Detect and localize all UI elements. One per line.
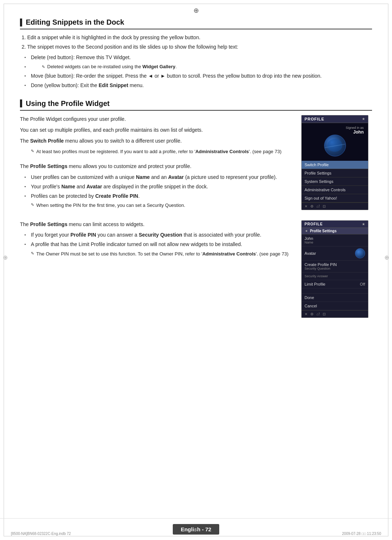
text-column-2: The Profile Settings menu can limit acce… bbox=[20, 220, 294, 318]
widget1-star-icon: ★ bbox=[362, 117, 365, 121]
widget2-row-cancel[interactable]: Cancel bbox=[302, 302, 368, 310]
widget2-spacer bbox=[302, 289, 368, 294]
widget1-menu-system-settings[interactable]: System Settings bbox=[302, 177, 368, 186]
widget2-create-pin-label: Create Profile PIN bbox=[305, 262, 337, 267]
widget1-username: John bbox=[346, 130, 364, 135]
section-editing-snippets: Editing Snippets in the Dock Edit a snip… bbox=[20, 18, 372, 89]
note-block-2: ✎ When setting the PIN for the first tim… bbox=[31, 202, 294, 209]
note-text-pin: When setting the PIN for the first time,… bbox=[36, 202, 185, 209]
widget2-footer-home-icon: ⌂! bbox=[317, 312, 320, 316]
widget2-subtitle: Profile Settings bbox=[310, 229, 336, 233]
list-item: Done (yellow button): Exit the Edit Snip… bbox=[31, 82, 372, 89]
widget2-globe-icon bbox=[355, 248, 365, 258]
widget2-row-name: John Name bbox=[302, 234, 368, 246]
note-block-1: ✎ At least two profiles must be register… bbox=[31, 148, 294, 155]
widget2-done-label: Done bbox=[305, 295, 314, 300]
widget2-header: PROFILE ★ bbox=[302, 221, 368, 228]
section2-heading: Using the Profile Widget bbox=[20, 99, 372, 111]
profile-widget-2: PROFILE ★ ◄ Profile Settings John Name bbox=[301, 220, 368, 318]
profile-settings-intro: The Profile Settings menu allows you to … bbox=[20, 162, 294, 170]
footer-file-info: [8500-NA]BN68-02322C-Eng.indb 72 bbox=[11, 532, 71, 536]
widget2-cancel-label: Cancel bbox=[305, 304, 317, 308]
list-item: The snippet moves to the Second position… bbox=[27, 43, 372, 51]
widget1-footer-home-icon: ⌂! bbox=[317, 204, 320, 208]
profile-settings-limit: The Profile Settings menu can limit acce… bbox=[20, 220, 294, 228]
widget2-back-icon: ◄ bbox=[305, 229, 308, 233]
widget2-name-sublabel: Name bbox=[305, 241, 313, 244]
list-item: User profiles can be customized with a u… bbox=[31, 173, 294, 181]
note-icon-1: ✎ bbox=[31, 149, 34, 154]
two-column-layout: The Profile Widget configures your user … bbox=[20, 115, 372, 214]
intro-line-2: You can set up multiple profiles, and ea… bbox=[20, 126, 294, 134]
section2-heading-bar bbox=[20, 99, 22, 107]
note-text-1: Deleted widgets can be re-installed usin… bbox=[47, 63, 177, 70]
footer-date-info: 2009-07-28 □□ 11:23:50 bbox=[342, 532, 381, 536]
widget1-footer: ✕ ⚙ ⌂! ⊡ bbox=[302, 202, 368, 210]
text-column: The Profile Widget configures your user … bbox=[20, 115, 294, 214]
widget2-avatar-label: Avatar bbox=[305, 251, 316, 255]
widget2-title: PROFILE bbox=[305, 222, 323, 226]
widget2-row-limit-profile: Limit Profile Off bbox=[302, 280, 368, 289]
bullet-list-1: Delete (red button): Remove this TV Widg… bbox=[31, 54, 372, 89]
intro-line-1: The Profile Widget configures your user … bbox=[20, 115, 294, 123]
widget1-footer-x-icon: ✕ bbox=[305, 204, 307, 208]
list-item: Move (blue button): Re-order the snippet… bbox=[31, 72, 372, 80]
widget2-footer: ✕ ⚙ ⌂! ⊡ bbox=[302, 310, 368, 318]
widget1-menu-switch-profile[interactable]: Switch Profile bbox=[302, 161, 368, 169]
image-column: PROFILE ★ Signed in as John bbox=[301, 115, 372, 214]
profile-widget-1: PROFILE ★ Signed in as John bbox=[301, 115, 368, 210]
widget1-globe-image bbox=[324, 135, 346, 156]
section2-heading-text: Using the Profile Widget bbox=[26, 99, 110, 108]
section-profile-widget: Using the Profile Widget The Profile Wid… bbox=[20, 99, 372, 318]
two-column-layout-2: The Profile Settings menu can limit acce… bbox=[20, 220, 372, 318]
widget1-profile-area: Signed in as John bbox=[302, 123, 368, 161]
widget2-footer-gear-icon: ⚙ bbox=[310, 312, 314, 316]
note-text-admin: At least two profiles must be registered… bbox=[36, 148, 282, 155]
widget2-row-security-answer: Security Answer bbox=[302, 273, 368, 280]
note-icon-2: ✎ bbox=[31, 202, 34, 207]
numbered-list: Edit a snippet while it is highlighted i… bbox=[27, 34, 372, 51]
bullet-list-2: User profiles can be customized with a u… bbox=[31, 173, 294, 200]
section1-heading-bar bbox=[20, 19, 22, 26]
section1-heading-text: Editing Snippets in the Dock bbox=[26, 18, 124, 26]
note-icon-3: ✎ bbox=[31, 251, 34, 256]
widget2-star-icon: ★ bbox=[362, 222, 365, 226]
note-text-owner-pin: The Owner PIN must be set to use this fu… bbox=[36, 250, 289, 258]
widget2-row-avatar: Avatar bbox=[302, 246, 368, 261]
widget2-footer-nav-icon: ⊡ bbox=[323, 312, 326, 316]
widget1-footer-nav-icon: ⊡ bbox=[323, 204, 326, 208]
left-margin-mark: ⊕ bbox=[3, 254, 8, 261]
widget1-title: PROFILE bbox=[305, 117, 324, 121]
widget2-john-label: John bbox=[305, 236, 313, 241]
main-content: Editing Snippets in the Dock Edit a snip… bbox=[20, 18, 372, 511]
widget1-menu-signout[interactable]: Sign out of Yahoo! bbox=[302, 194, 368, 202]
bullet-list-3: If you forget your Profile PIN you can a… bbox=[31, 231, 294, 248]
widget2-row-done[interactable]: Done bbox=[302, 294, 368, 302]
list-item: If you forget your Profile PIN you can a… bbox=[31, 231, 294, 239]
list-item: Delete (red button): Remove this TV Widg… bbox=[31, 54, 372, 61]
widget1-signed-in: Signed in as bbox=[346, 126, 364, 130]
widget2-row-create-pin: Create Profile PIN Security Question bbox=[302, 261, 368, 273]
note-block-3: ✎ The Owner PIN must be set to use this … bbox=[31, 250, 294, 258]
widget2-footer-x-icon: ✕ bbox=[305, 312, 307, 316]
note-widget-gallery: ✎ Deleted widgets can be re-installed us… bbox=[31, 63, 372, 70]
widget1-menu-admin-controls[interactable]: Administrative Controls bbox=[302, 186, 368, 194]
note-icon: ✎ bbox=[42, 64, 45, 70]
compass-top-icon: ⊕ bbox=[193, 7, 199, 15]
list-item: A profile that has the Limit Profile ind… bbox=[31, 241, 294, 248]
intro-line-3: The Switch Profile menu allows you to sw… bbox=[20, 137, 294, 145]
widget2-security-question-sublabel: Security Question bbox=[305, 267, 337, 270]
compass-bottom-icon: ⊕ bbox=[194, 526, 198, 532]
widget2-security-answer-label: Security Answer bbox=[305, 274, 328, 278]
widget1-menu: Switch Profile Profile Settings System S… bbox=[302, 161, 368, 202]
list-item: Edit a snippet while it is highlighted i… bbox=[27, 34, 372, 41]
widget1-menu-profile-settings[interactable]: Profile Settings bbox=[302, 169, 368, 177]
list-item: Profiles can be protected by Create Prof… bbox=[31, 192, 294, 200]
widget1-header: PROFILE ★ bbox=[302, 115, 368, 123]
right-margin-mark: ⊕ bbox=[384, 254, 389, 261]
list-item: Your profile's Name and Avatar are displ… bbox=[31, 183, 294, 191]
widget2-limit-profile-value: Off bbox=[360, 282, 365, 286]
widget2-limit-profile-label: Limit Profile bbox=[305, 282, 325, 286]
section1-heading: Editing Snippets in the Dock bbox=[20, 18, 372, 29]
image-column-2: PROFILE ★ ◄ Profile Settings John Name bbox=[301, 220, 372, 318]
